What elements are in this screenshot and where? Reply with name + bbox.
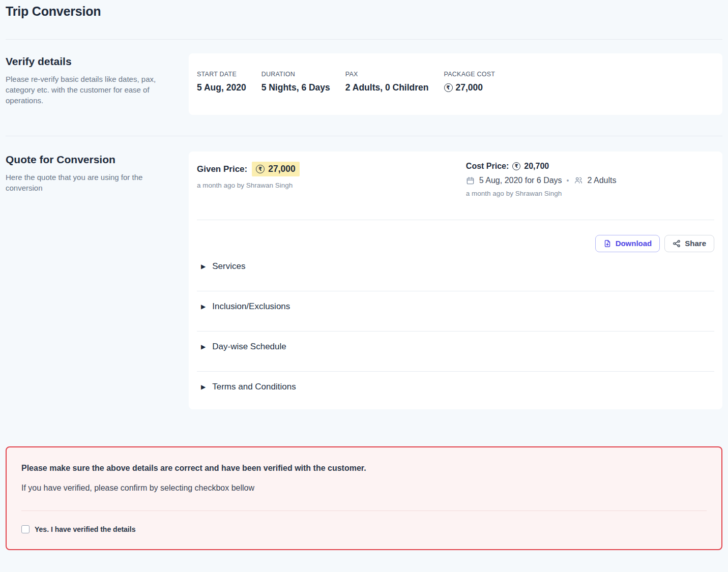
share-button[interactable]: Share	[664, 235, 714, 252]
stat-package-cost: PACKAGE COST ₹ 27,000	[444, 71, 496, 93]
verify-details-intro: Verify details Please re-verify basic de…	[6, 53, 189, 106]
stat-duration: DURATION 5 Nights, 6 Days	[261, 71, 330, 93]
verify-details-heading: Verify details	[6, 55, 189, 68]
stat-pax: PAX 2 Adults, 0 Children	[345, 71, 429, 93]
given-price-line: Given Price: ₹ 27,000	[197, 162, 466, 176]
page-title: Trip Conversion	[6, 4, 722, 19]
trip-stats-row: START DATE 5 Aug, 2020 DURATION 5 Nights…	[197, 71, 714, 93]
share-icon	[673, 239, 681, 248]
quote-card-divider	[197, 220, 714, 220]
stat-value: 2 Adults, 0 Children	[345, 82, 429, 93]
accordion-title: Day-wise Schedule	[212, 342, 286, 352]
file-download-icon	[603, 239, 611, 248]
accordion-title: Inclusion/Exclusions	[212, 302, 290, 312]
bullet-separator: •	[567, 176, 569, 185]
verification-alert: Please make sure the above details are c…	[6, 446, 722, 550]
stat-label: START DATE	[197, 71, 246, 78]
caret-right-icon: ▶	[201, 344, 206, 350]
share-button-label: Share	[685, 239, 706, 248]
accordion-title: Services	[212, 261, 245, 272]
trip-conversion-page: Trip Conversion Verify details Please re…	[0, 0, 728, 559]
rupee-circle-icon: ₹	[444, 83, 453, 92]
given-price-label: Given Price:	[197, 164, 247, 174]
caret-right-icon: ▶	[201, 384, 206, 390]
cost-price-block: Cost Price: ₹ 20,700 5 Aug, 2020 for 6 D…	[466, 162, 714, 197]
package-cost-amount: 27,000	[456, 82, 483, 93]
given-price-block: Given Price: ₹ 27,000 a month ago by Shr…	[197, 162, 466, 197]
rupee-circle-icon: ₹	[512, 162, 520, 170]
accordion-day-wise-schedule-toggle[interactable]: ▶ Day-wise Schedule	[201, 342, 710, 352]
accordion-terms-and-conditions: ▶ Terms and Conditions	[197, 372, 714, 399]
cost-price-label: Cost Price:	[466, 162, 509, 171]
download-button-label: Download	[616, 239, 652, 248]
accordion-title: Terms and Conditions	[212, 382, 296, 392]
given-price-amount: 27,000	[268, 164, 296, 174]
stat-label: DURATION	[261, 71, 330, 78]
accordion-inclusion-exclusions-toggle[interactable]: ▶ Inclusion/Exclusions	[201, 302, 710, 312]
caret-right-icon: ▶	[201, 304, 206, 310]
users-icon	[574, 176, 583, 185]
given-price-meta: a month ago by Shrawan Singh	[197, 182, 466, 189]
stat-value: 5 Nights, 6 Days	[261, 82, 330, 93]
spacer	[6, 115, 722, 136]
quote-for-conversion-section: Quote for Conversion Here the quote that…	[6, 136, 722, 409]
stat-start-date: START DATE 5 Aug, 2020	[197, 71, 246, 93]
verify-confirm-label: Yes. I have verified the details	[35, 525, 135, 533]
download-button[interactable]: Download	[595, 235, 660, 252]
price-row: Given Price: ₹ 27,000 a month ago by Shr…	[197, 162, 714, 197]
quote-actions-row: Download Share	[197, 235, 714, 252]
quote-card: Given Price: ₹ 27,000 a month ago by Shr…	[189, 152, 722, 409]
stat-value: 5 Aug, 2020	[197, 82, 246, 93]
verify-confirm-checkbox[interactable]	[21, 525, 30, 533]
quote-accordions: ▶ Services ▶ Inclusion/Exclusions ▶ Day-…	[197, 256, 714, 399]
cost-date-text: 5 Aug, 2020 for 6 Days	[479, 176, 562, 185]
cost-price-line: Cost Price: ₹ 20,700	[466, 162, 714, 171]
quote-description: Here the quote that you are using for th…	[6, 172, 163, 193]
caret-right-icon: ▶	[201, 263, 206, 269]
verify-details-description: Please re-verify basic details like date…	[6, 74, 168, 106]
calendar-icon	[466, 176, 475, 185]
accordion-terms-and-conditions-toggle[interactable]: ▶ Terms and Conditions	[201, 382, 710, 392]
alert-divider	[21, 510, 707, 511]
stat-label: PACKAGE COST	[444, 71, 496, 78]
accordion-services-toggle[interactable]: ▶ Services	[201, 261, 710, 272]
alert-line1: Please make sure the above details are c…	[21, 464, 707, 473]
quote-heading: Quote for Conversion	[6, 154, 189, 166]
stat-label: PAX	[345, 71, 429, 78]
stat-value: ₹ 27,000	[444, 82, 496, 93]
cost-price-amount: 20,700	[524, 162, 549, 171]
cost-price-meta: a month ago by Shrawan Singh	[466, 190, 714, 197]
quote-intro: Quote for Conversion Here the quote that…	[6, 152, 189, 193]
cost-pax-text: 2 Adults	[588, 176, 617, 185]
verify-details-section: Verify details Please re-verify basic de…	[6, 40, 722, 115]
alert-line2: If you have verified, please confirm by …	[21, 484, 707, 493]
rupee-circle-icon: ₹	[256, 165, 265, 173]
verify-confirm-row[interactable]: Yes. I have verified the details	[21, 525, 707, 533]
accordion-services: ▶ Services	[197, 256, 714, 291]
trip-summary-card: START DATE 5 Aug, 2020 DURATION 5 Nights…	[189, 53, 722, 115]
accordion-inclusion-exclusions: ▶ Inclusion/Exclusions	[197, 291, 714, 332]
cost-detail-line: 5 Aug, 2020 for 6 Days • 2 Adults	[466, 176, 714, 185]
accordion-day-wise-schedule: ▶ Day-wise Schedule	[197, 332, 714, 372]
given-price-highlight: ₹ 27,000	[252, 162, 300, 176]
